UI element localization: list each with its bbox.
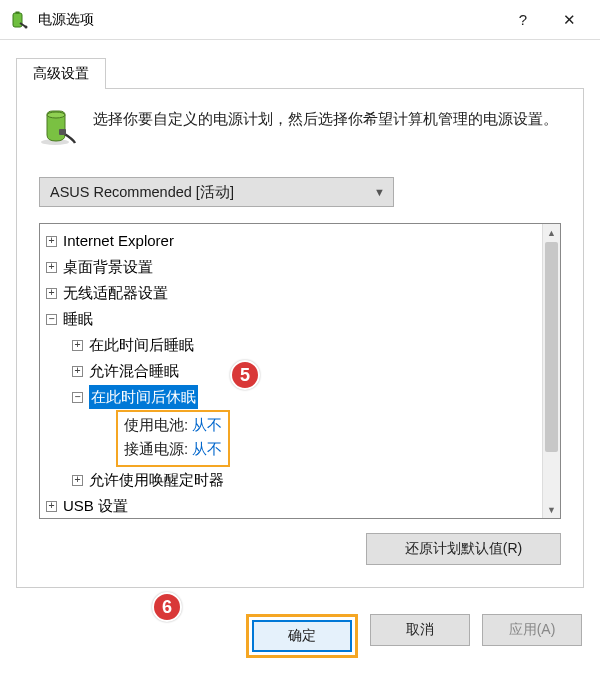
annotation-badge-5: 5: [230, 360, 260, 390]
svg-point-4: [47, 112, 65, 118]
expand-icon[interactable]: +: [72, 366, 83, 377]
expand-icon[interactable]: +: [72, 475, 83, 486]
collapse-icon[interactable]: −: [46, 314, 57, 325]
window-title: 电源选项: [38, 11, 500, 29]
tree-item-wireless[interactable]: + 无线适配器设置: [46, 280, 554, 306]
ok-button-highlight: 确定: [246, 614, 358, 658]
chevron-down-icon: ▼: [374, 186, 385, 198]
settings-tree-container: + Internet Explorer + 桌面背景设置 + 无线适配器设置 −…: [39, 223, 561, 519]
help-button[interactable]: ?: [500, 4, 546, 36]
tree-item-hybrid-sleep[interactable]: + 允许混合睡眠: [72, 358, 554, 384]
svg-rect-1: [16, 11, 20, 13]
svg-rect-0: [13, 13, 22, 27]
expand-icon[interactable]: +: [46, 262, 57, 273]
tree-scrollbar[interactable]: ▲ ▼: [542, 224, 560, 518]
tree-item-usb[interactable]: + USB 设置: [46, 493, 554, 519]
svg-rect-5: [59, 129, 66, 135]
tab-strip: 高级设置: [16, 58, 584, 89]
hibernate-plugged-in[interactable]: 接通电源: 从不: [124, 437, 222, 461]
power-options-icon: [10, 11, 28, 29]
scroll-down-icon[interactable]: ▼: [543, 501, 560, 518]
tab-advanced-settings[interactable]: 高级设置: [16, 58, 106, 89]
expand-icon[interactable]: +: [72, 340, 83, 351]
titlebar: 电源选项 ? ✕: [0, 0, 600, 40]
tree-item-sleep[interactable]: − 睡眠: [46, 306, 554, 332]
expand-icon[interactable]: +: [46, 501, 57, 512]
collapse-icon[interactable]: −: [72, 392, 83, 403]
battery-plug-icon: [39, 107, 79, 147]
expand-icon[interactable]: +: [46, 236, 57, 247]
svg-point-2: [25, 25, 28, 28]
intro-row: 选择你要自定义的电源计划，然后选择你希望计算机管理的电源设置。: [39, 107, 561, 147]
tree-item-ie[interactable]: + Internet Explorer: [46, 228, 554, 254]
power-plan-selected: ASUS Recommended [活动]: [50, 183, 234, 202]
cancel-button[interactable]: 取消: [370, 614, 470, 646]
scroll-up-icon[interactable]: ▲: [543, 224, 560, 241]
tree-item-hibernate-after[interactable]: − 在此时间后休眠 5: [72, 384, 554, 410]
restore-defaults-button[interactable]: 还原计划默认值(R): [366, 533, 561, 565]
settings-tree: + Internet Explorer + 桌面背景设置 + 无线适配器设置 −…: [40, 224, 560, 519]
hibernate-on-battery[interactable]: 使用电池: 从不: [124, 413, 222, 437]
hibernate-values-highlight: 使用电池: 从不 接通电源: 从不: [116, 410, 230, 467]
tree-item-desktop-bg[interactable]: + 桌面背景设置: [46, 254, 554, 280]
tree-item-sleep-after[interactable]: + 在此时间后睡眠: [72, 332, 554, 358]
ok-button[interactable]: 确定: [252, 620, 352, 652]
scroll-thumb[interactable]: [545, 242, 558, 452]
annotation-badge-6: 6: [152, 592, 182, 622]
close-button[interactable]: ✕: [546, 4, 592, 36]
tab-panel: 选择你要自定义的电源计划，然后选择你希望计算机管理的电源设置。 ASUS Rec…: [16, 89, 584, 588]
dialog-footer: 6 确定 取消 应用(A): [0, 600, 600, 676]
tree-item-wake-timers[interactable]: + 允许使用唤醒定时器: [72, 467, 554, 493]
apply-button[interactable]: 应用(A): [482, 614, 582, 646]
intro-text: 选择你要自定义的电源计划，然后选择你希望计算机管理的电源设置。: [93, 107, 558, 147]
power-plan-dropdown[interactable]: ASUS Recommended [活动] ▼: [39, 177, 394, 207]
expand-icon[interactable]: +: [46, 288, 57, 299]
